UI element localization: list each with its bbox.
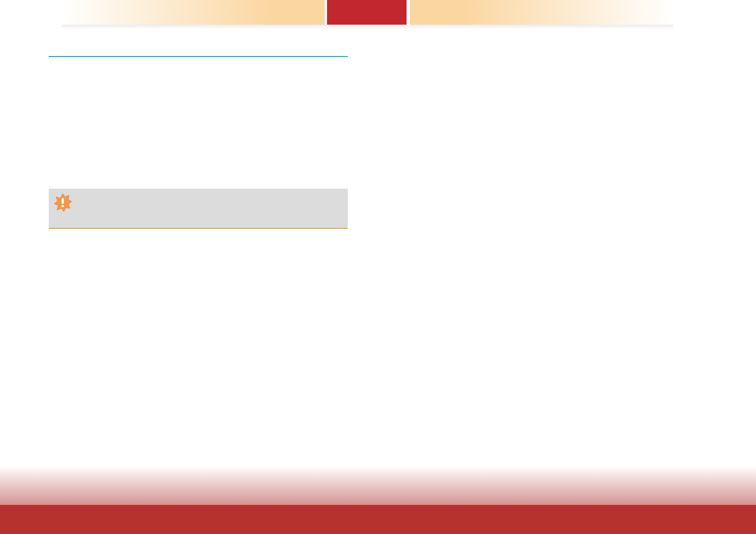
svg-rect-1 bbox=[62, 198, 64, 204]
header-shadow-left bbox=[62, 25, 409, 29]
cyan-divider bbox=[49, 56, 348, 57]
alert-burst-icon bbox=[53, 193, 72, 212]
content-area bbox=[49, 56, 348, 57]
header-gradient-right bbox=[410, 0, 673, 25]
footer-gradient bbox=[0, 466, 756, 505]
header-shadow-right bbox=[410, 25, 673, 29]
svg-rect-2 bbox=[62, 205, 64, 207]
header-red-tab bbox=[327, 0, 407, 25]
header-gradient-left bbox=[62, 0, 325, 25]
header-band bbox=[0, 0, 756, 25]
notice-box bbox=[49, 189, 348, 229]
footer-bar bbox=[0, 505, 756, 534]
